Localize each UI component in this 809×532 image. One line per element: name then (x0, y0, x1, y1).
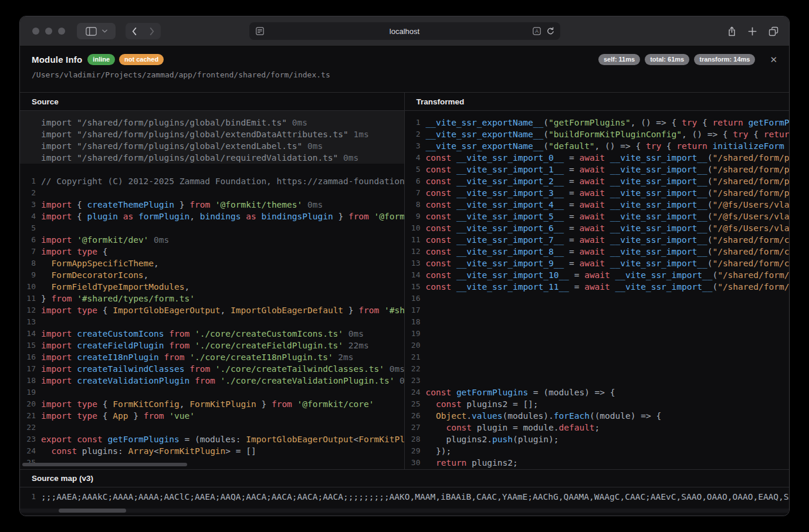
source-code[interactable]: import "/shared/form/plugins/global/bind… (20, 111, 404, 469)
code-line: 7import type { (20, 246, 404, 257)
navigation-buttons (126, 23, 161, 39)
tab-overview-icon[interactable] (769, 26, 778, 36)
close-window-button[interactable] (32, 28, 39, 35)
new-tab-icon[interactable] (748, 27, 757, 36)
transformed-pane-title: Transformed (405, 93, 790, 111)
code-line: 16import createI18nPlugin from './core/c… (20, 351, 404, 363)
prepended-imports: import "/shared/form/plugins/global/bind… (20, 111, 404, 164)
code-line: 23export const getFormPlugins = (modules… (20, 433, 404, 445)
browser-chrome: localhost A (20, 16, 789, 46)
forward-button[interactable] (143, 23, 161, 39)
page-settings-icon[interactable] (256, 27, 264, 35)
code-line: 18 (405, 316, 790, 328)
code-line: 14import createCustomIcons from './core/… (20, 328, 404, 340)
timing-list: self: 11mstotal: 61mstransform: 14ms (598, 54, 755, 65)
code-line: 5 (20, 222, 404, 234)
code-line: 19 (405, 328, 790, 340)
code-line: 22 (20, 422, 404, 433)
source-pane: Source import "/shared/form/plugins/glob… (20, 93, 405, 469)
code-line: 22 (405, 363, 790, 375)
code-line: 24const getFormPlugins = (modules) => { (405, 387, 790, 398)
code-line: 14const __vite_ssr_import_10__ = await _… (405, 269, 790, 281)
badge-list: inlinenot cached (87, 54, 164, 65)
code-line: 10const __vite_ssr_import_6__ = await __… (405, 222, 790, 234)
sourcemap-section: Source map (v3) 1;;;AAEA;AAAkC;AAAA;AAAA… (20, 469, 789, 516)
code-line: 18import createValidationPlugin from './… (20, 375, 404, 387)
translate-icon[interactable]: A (533, 27, 541, 35)
code-line: 8const __vite_ssr_import_4__ = await __v… (405, 199, 790, 211)
module-header: Module Info inlinenot cached self: 11mst… (20, 46, 789, 92)
horizontal-scrollbar-thumb[interactable] (22, 463, 187, 466)
code-line: 21import type { App } from 'vue' (20, 410, 404, 422)
address-bar[interactable]: localhost A (249, 22, 560, 40)
code-line: 19 (20, 387, 404, 398)
code-line: 21 (405, 351, 790, 363)
code-line: 17 (405, 304, 790, 316)
sourcemap-mappings[interactable]: 1;;;AAEA;AAAkC;AAAA;AAAA;AAClC;AAEA;AAQA… (20, 487, 789, 503)
reload-icon[interactable] (546, 27, 554, 35)
code-line: 30 return plugins2; (405, 457, 790, 469)
status-badge: not cached (119, 54, 164, 65)
sourcemap-scrollbar[interactable] (20, 509, 789, 513)
code-line: 12const __vite_ssr_import_8__ = await __… (405, 246, 790, 257)
chevron-right-icon (150, 28, 154, 35)
code-line: 20import type { FormKitConfig, FormKitPl… (20, 398, 404, 410)
code-line: 25 const plugins2 = []; (405, 398, 790, 410)
timing-badge: transform: 14ms (694, 54, 755, 65)
code-line: 15const __vite_ssr_import_11__ = await _… (405, 281, 790, 293)
code-line: 20 (405, 340, 790, 351)
code-line: 3import { createThemePlugin } from '@for… (20, 199, 404, 211)
code-line: 6const __vite_ssr_import_2__ = await __v… (405, 175, 790, 187)
code-line: 4const __vite_ssr_import_0__ = await __v… (405, 152, 790, 164)
code-line: 29 }); (405, 445, 790, 457)
zoom-window-button[interactable] (58, 28, 65, 35)
code-line: 2__vite_ssr_exportName__("buildFormKitPl… (405, 128, 790, 140)
status-badge: inline (87, 54, 115, 65)
code-line: 1// Copyright (C) 2012-2025 Zammad Found… (20, 175, 404, 187)
minimize-window-button[interactable] (45, 28, 52, 35)
code-line: 13 (20, 316, 404, 328)
transformed-pane: Transformed 1__vite_ssr_exportName__("ge… (405, 93, 790, 469)
code-line: import "/shared/form/plugins/global/exte… (20, 140, 404, 152)
url-text: localhost (390, 27, 419, 36)
back-button[interactable] (126, 23, 143, 39)
code-line: 23 (405, 375, 790, 387)
sidebar-icon (86, 27, 97, 36)
code-line: 10 FormFieldTypeImportModules, (20, 281, 404, 293)
code-line: 13const __vite_ssr_import_9__ = await __… (405, 257, 790, 269)
module-inspect-page: Module Info inlinenot cached self: 11mst… (20, 46, 789, 516)
chevron-left-icon (132, 28, 137, 35)
code-line: 11} from '#shared/types/form.ts' (20, 293, 404, 304)
code-line: 5const __vite_ssr_import_1__ = await __v… (405, 164, 790, 175)
code-line: 16 (405, 293, 790, 304)
window-controls (32, 28, 65, 35)
sourcemap-scrollbar-thumb[interactable] (59, 509, 126, 513)
timing-badge: total: 61ms (645, 54, 689, 65)
transformed-code[interactable]: 1__vite_ssr_exportName__("getFormPlugins… (405, 111, 790, 469)
sidebar-toggle-button[interactable] (77, 23, 116, 39)
page-title: Module Info (32, 55, 82, 65)
code-line: 4import { plugin as formPlugin, bindings… (20, 211, 404, 222)
close-icon[interactable]: ✕ (770, 55, 777, 64)
source-pane-title: Source (20, 93, 404, 111)
file-path: /Users/vladimir/Projects/zammad/app/fron… (32, 70, 777, 79)
code-line: 3__vite_ssr_exportName__("default", () =… (405, 140, 790, 152)
code-panes: Source import "/shared/form/plugins/glob… (20, 92, 789, 469)
code-line: import "/shared/form/plugins/global/exte… (20, 128, 404, 140)
code-line: 8 FormAppSpecificTheme, (20, 257, 404, 269)
code-line: 15import createFieldPlugin from './core/… (20, 340, 404, 351)
code-line: 9 FormDecoratorIcons, (20, 269, 404, 281)
share-icon[interactable] (727, 26, 736, 36)
code-line: import "/shared/form/plugins/global/requ… (20, 152, 404, 164)
chevron-down-icon (102, 29, 107, 33)
svg-text:A: A (535, 28, 539, 34)
code-line: 27 const plugin = module.default; (405, 422, 790, 433)
code-line: 17import createTailwindClasses from './c… (20, 363, 404, 375)
code-line: 6import '@formkit/dev' 0ms (20, 234, 404, 246)
code-line: 24 const plugins: Array<FormKitPlugin> =… (20, 445, 404, 457)
browser-window: localhost A (19, 16, 790, 516)
code-line: 9const __vite_ssr_import_5__ = await __v… (405, 211, 790, 222)
code-line: 26 Object.values(modules).forEach((modul… (405, 410, 790, 422)
code-line: 2 (20, 187, 404, 199)
code-line: 1;;;AAEA;AAAkC;AAAA;AAAA;AAClC;AAEA;AAQA… (20, 491, 789, 503)
